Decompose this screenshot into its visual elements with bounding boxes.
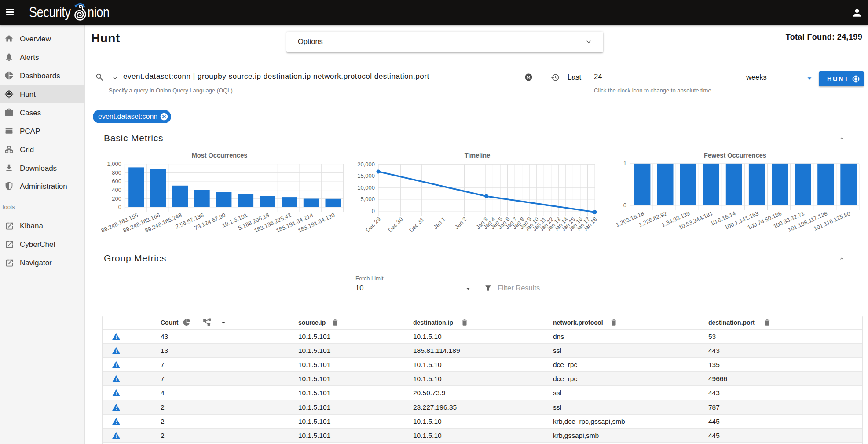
svg-text:20,000: 20,000: [357, 161, 375, 168]
svg-text:Jan 2: Jan 2: [454, 216, 468, 231]
svg-text:Jan 1: Jan 1: [432, 216, 447, 231]
svg-text:800: 800: [112, 169, 121, 176]
svg-text:0: 0: [118, 204, 121, 210]
svg-text:Dec 29: Dec 29: [364, 216, 382, 234]
svg-text:15,000: 15,000: [357, 172, 375, 179]
svg-text:0: 0: [372, 208, 375, 214]
svg-text:Timeline: Timeline: [465, 152, 491, 159]
svg-text:Dec 31: Dec 31: [408, 216, 425, 234]
svg-text:5,000: 5,000: [360, 196, 375, 202]
svg-text:0: 0: [623, 202, 626, 209]
svg-text:200: 200: [112, 195, 121, 202]
svg-text:600: 600: [112, 178, 121, 184]
svg-text:1,000: 1,000: [107, 161, 121, 167]
svg-text:10,000: 10,000: [357, 184, 375, 191]
svg-text:Most Occurrences: Most Occurrences: [192, 152, 248, 159]
svg-text:1: 1: [623, 160, 626, 167]
svg-text:185.191.34.120: 185.191.34.120: [297, 212, 336, 234]
svg-text:Dec 30: Dec 30: [387, 216, 404, 234]
svg-text:Fewest Occurrences: Fewest Occurrences: [704, 152, 766, 159]
svg-text:400: 400: [112, 187, 121, 193]
